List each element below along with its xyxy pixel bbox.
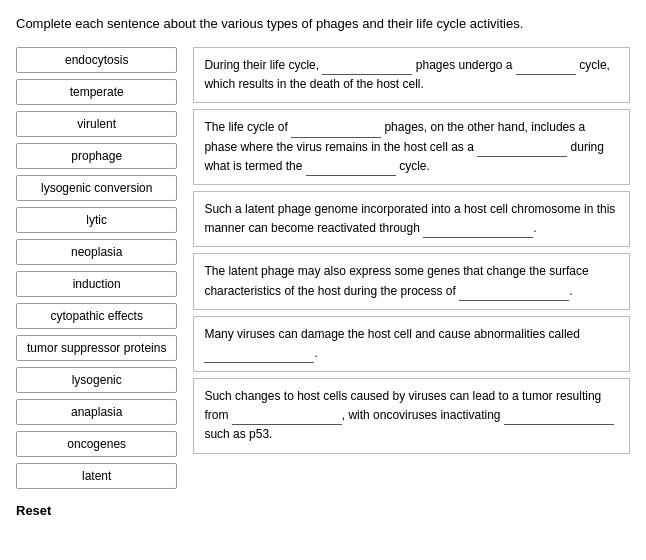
word-item[interactable]: prophage [16,143,177,169]
blank [504,411,614,425]
sentence-box: The latent phage may also express some g… [193,253,630,309]
word-item[interactable]: lysogenic [16,367,177,393]
blank [232,411,342,425]
blank [291,124,381,138]
blank [477,143,567,157]
word-item[interactable]: latent [16,463,177,489]
reset-button[interactable]: Reset [16,503,51,518]
blank [306,162,396,176]
sentences-panel: During their life cycle, phages undergo … [193,47,630,489]
word-item[interactable]: anaplasia [16,399,177,425]
sentence-box: Many viruses can damage the host cell an… [193,316,630,372]
word-item[interactable]: lysogenic conversion [16,175,177,201]
word-item[interactable]: neoplasia [16,239,177,265]
instructions: Complete each sentence about the various… [16,16,630,31]
word-item[interactable]: cytopathic effects [16,303,177,329]
sentence-box: Such changes to host cells caused by vir… [193,378,630,454]
word-item[interactable]: tumor suppressor proteins [16,335,177,361]
word-item[interactable]: endocytosis [16,47,177,73]
word-bank: endocytosistemperatevirulentprophagelyso… [16,47,177,489]
word-item[interactable]: oncogenes [16,431,177,457]
word-item[interactable]: virulent [16,111,177,137]
sentence-box: The life cycle of phages, on the other h… [193,109,630,185]
sentence-box: During their life cycle, phages undergo … [193,47,630,103]
blank [423,224,533,238]
blank [516,61,576,75]
word-item[interactable]: induction [16,271,177,297]
main-layout: endocytosistemperatevirulentprophagelyso… [16,47,630,489]
blank [204,349,314,363]
sentence-box: Such a latent phage genome incorporated … [193,191,630,247]
word-item[interactable]: lytic [16,207,177,233]
word-item[interactable]: temperate [16,79,177,105]
blank [322,61,412,75]
blank [459,287,569,301]
